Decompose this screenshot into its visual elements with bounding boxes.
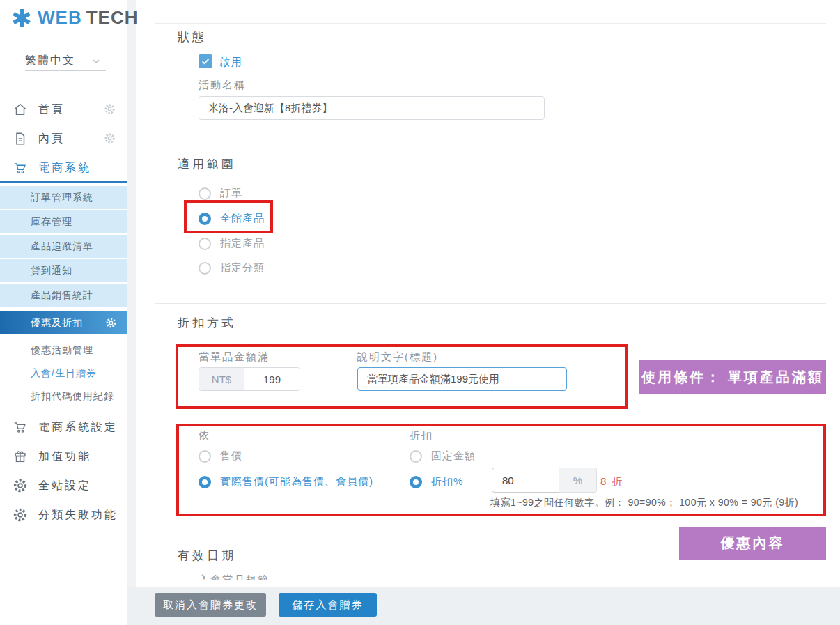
sidebar-item-site-settings[interactable]: 全站設定 [0, 471, 127, 500]
threshold-input-group: NT$ [199, 367, 300, 391]
scope-option-all-products[interactable]: 全館產品 [199, 212, 265, 225]
sidebar-item-home[interactable]: 首頁 [0, 95, 127, 124]
gift-icon [13, 449, 28, 464]
radio-label: 指定產品 [220, 237, 265, 250]
submenu-label: 貨到通知 [31, 265, 72, 277]
percent-note: 8 折 [600, 475, 624, 488]
sidebar-item-ecommerce-settings[interactable]: 電商系統設定 [0, 412, 127, 442]
validity-partial-text: 入會當月規範 [199, 573, 275, 580]
scope-option-specific-products[interactable]: 指定產品 [199, 237, 265, 250]
radio-label: 全館產品 [220, 212, 265, 225]
radio-icon[interactable] [199, 238, 211, 250]
page: WEB TECH 繁體中文 首頁 內頁 [0, 0, 840, 625]
document-icon [13, 131, 28, 146]
main-content: 狀態 啟用 活動名稱 適用範圍 訂單 全館產品 指定產品 指定分類 折扣方 [155, 23, 826, 587]
type-option-percent[interactable]: 折扣% [410, 475, 463, 488]
radio-label: 訂單 [220, 187, 242, 200]
currency-prefix: NT$ [199, 368, 244, 390]
gear-icon [13, 507, 28, 523]
sidebar-item-membership-birthday-voucher[interactable]: 入會/生日贈券 [0, 362, 127, 385]
language-selector[interactable]: 繁體中文 [25, 52, 106, 71]
percent-suffix: % [559, 468, 597, 493]
activity-name-input[interactable] [199, 96, 545, 120]
language-value: 繁體中文 [25, 54, 75, 68]
radio-icon[interactable] [199, 262, 211, 275]
home-icon [13, 102, 28, 117]
radio-icon[interactable] [410, 450, 422, 463]
section-divider [155, 144, 826, 144]
asterisk-logo-icon [11, 8, 32, 29]
percent-input[interactable] [492, 468, 559, 493]
submenu-label: 產品追蹤清單 [31, 240, 93, 253]
footer-bar: 取消入會贈券更改 儲存入會贈券 [127, 587, 840, 625]
activity-name-label: 活動名稱 [199, 79, 246, 92]
sidebar-item-label: 電商系統 [38, 161, 91, 176]
gear-icon [13, 478, 28, 493]
check-icon [201, 56, 210, 66]
sidebar-item-addons[interactable]: 加值功能 [0, 442, 127, 471]
percent-input-group: % [492, 468, 597, 493]
sidebar-item-pages[interactable]: 內頁 [0, 124, 127, 153]
sidebar-item-product-tracking[interactable]: 產品追蹤清單 [0, 235, 127, 258]
sidebar-item-label: 分類失敗功能 [38, 508, 118, 523]
section-divider [155, 303, 826, 304]
sidebar-item-arrival-notice[interactable]: 貨到通知 [0, 259, 127, 282]
submenu-label: 產品銷售統計 [31, 289, 93, 302]
cancel-button[interactable]: 取消入會贈券更改 [155, 593, 266, 617]
submenu-label: 入會/生日贈券 [31, 367, 97, 380]
threshold-input[interactable] [244, 368, 300, 390]
radio-icon[interactable] [199, 187, 211, 200]
sidebar-item-category-fail[interactable]: 分類失敗功能 [0, 500, 127, 530]
gear-icon[interactable] [104, 103, 116, 115]
radio-label: 折扣% [431, 475, 463, 488]
submenu-label: 庫存管理 [31, 216, 72, 229]
enable-checkbox-label: 啟用 [219, 56, 243, 69]
radio-label: 實際售價(可能為售價、會員價) [220, 475, 373, 488]
type-option-fixed-amount[interactable]: 固定金額 [410, 449, 476, 463]
sidebar-item-label: 電商系統設定 [38, 420, 118, 435]
basis-option-actual-price[interactable]: 實際售價(可能為售價、會員價) [199, 475, 373, 488]
chevron-down-icon [91, 56, 102, 67]
percent-helper-text: 填寫1~99之間任何數字。例： 90=90%； 100元 x 90% = 90元… [490, 497, 798, 509]
radio-label: 售價 [220, 449, 242, 463]
gear-icon[interactable] [105, 317, 117, 329]
sidebar-item-ecommerce[interactable]: 電商系統 [0, 153, 127, 183]
submenu-label: 折扣代碼使用紀錄 [31, 390, 114, 403]
sidebar-item-sales-stats[interactable]: 產品銷售統計 [0, 284, 127, 307]
scroll-gutter [127, 0, 136, 625]
gear-icon[interactable] [104, 132, 116, 144]
submenu-label: 優惠及折扣 [31, 317, 83, 330]
radio-label: 指定分類 [220, 261, 265, 275]
cart-icon [13, 419, 28, 435]
submenu-label: 訂單管理系統 [31, 192, 93, 204]
sidebar-item-label: 內頁 [38, 132, 65, 146]
active-section-bar [0, 181, 127, 183]
radio-icon[interactable] [199, 476, 211, 488]
basis-option-list-price[interactable]: 售價 [199, 449, 242, 463]
sidebar-divider [0, 410, 127, 410]
sidebar: WEB TECH 繁體中文 首頁 內頁 [0, 0, 127, 625]
brand-logo: WEB TECH [11, 7, 138, 29]
radio-icon[interactable] [410, 476, 422, 488]
section-heading-scope: 適用範圍 [178, 156, 236, 172]
enable-checkbox[interactable] [199, 54, 212, 68]
radio-icon[interactable] [199, 450, 211, 463]
sidebar-item-promo-management[interactable]: 優惠活動管理 [0, 339, 127, 362]
submenu-label: 優惠活動管理 [31, 344, 93, 357]
caption-label: 說明文字(標題) [357, 350, 438, 364]
sidebar-item-label: 首頁 [38, 102, 65, 117]
sidebar-item-label: 全站設定 [38, 479, 91, 493]
sidebar-item-inventory[interactable]: 庫存管理 [0, 210, 127, 233]
sidebar-item-discounts[interactable]: 優惠及折扣 [0, 311, 127, 334]
discount-type-label: 折扣 [410, 429, 433, 442]
caption-input[interactable] [357, 367, 567, 391]
save-button[interactable]: 儲存入會贈券 [279, 593, 377, 617]
basis-label: 依 [199, 429, 210, 442]
threshold-label: 當單品金額滿 [199, 350, 270, 364]
sidebar-item-discount-code-log[interactable]: 折扣代碼使用紀錄 [0, 385, 127, 408]
radio-icon[interactable] [199, 213, 211, 225]
scope-option-specific-categories[interactable]: 指定分類 [199, 261, 265, 275]
section-heading-status: 狀態 [178, 29, 207, 45]
scope-option-order[interactable]: 訂單 [199, 187, 242, 200]
sidebar-item-order-management[interactable]: 訂單管理系統 [0, 186, 127, 209]
